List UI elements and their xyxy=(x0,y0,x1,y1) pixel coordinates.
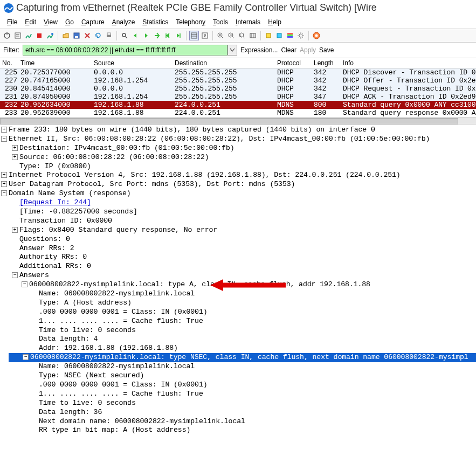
reload-icon[interactable] xyxy=(93,31,103,40)
collapse-icon[interactable]: − xyxy=(1,190,7,196)
menu-capture[interactable]: Capture xyxy=(78,17,108,27)
expand-icon[interactable]: + xyxy=(1,172,7,178)
collapse-icon[interactable]: − xyxy=(22,281,27,287)
eth-source[interactable]: Source: 06:00:08:00:28:22 (06:00:08:00:2… xyxy=(19,153,209,161)
last-icon[interactable] xyxy=(174,31,183,40)
menu-go[interactable]: Go xyxy=(61,17,78,27)
menu-telephony[interactable]: Telephony xyxy=(172,17,209,27)
first-icon[interactable] xyxy=(163,31,173,40)
answer-1-addr[interactable]: Addr: 192.168.1.88 (192.168.1.88) xyxy=(39,344,178,352)
forward-icon[interactable] xyxy=(141,31,151,40)
answer-1-ttl[interactable]: Time to live: 0 seconds xyxy=(39,326,136,334)
find-icon[interactable] xyxy=(120,31,129,40)
print-icon[interactable] xyxy=(104,31,114,40)
prefs-icon[interactable] xyxy=(296,31,306,40)
collapse-icon[interactable]: − xyxy=(23,354,29,360)
filter-input[interactable] xyxy=(23,45,227,56)
stop-icon[interactable] xyxy=(35,31,44,40)
clear-button[interactable]: Clear xyxy=(281,46,296,54)
dns-additional-rrs[interactable]: Additional RRs: 0 xyxy=(19,262,91,270)
zoom-out-icon[interactable] xyxy=(226,31,236,40)
menu-analyze[interactable]: Analyze xyxy=(108,17,139,27)
dns-questions[interactable]: Questions: 0 xyxy=(19,235,70,243)
capture-filter-icon[interactable] xyxy=(264,31,273,40)
menu-edit[interactable]: Edit xyxy=(21,17,40,27)
dns-flags[interactable]: Flags: 0x8400 Standard query response, N… xyxy=(19,226,217,234)
expand-icon[interactable]: + xyxy=(12,145,18,151)
packet-row[interactable]: 22720.747165000192.168.1.254255.255.255.… xyxy=(0,77,476,85)
answer-2-datalen[interactable]: Data length: 36 xyxy=(39,408,102,416)
packet-row[interactable]: 23020.8454140000.0.0.0255.255.255.255DHC… xyxy=(0,85,476,93)
col-source[interactable]: Source xyxy=(94,59,175,67)
answer-1-class[interactable]: .000 0000 0000 0001 = Class: IN (0x0001) xyxy=(39,308,208,316)
menu-view[interactable]: View xyxy=(40,17,61,27)
filter-dropdown[interactable] xyxy=(227,45,237,56)
save-button[interactable]: Save xyxy=(319,46,334,54)
menu-tools[interactable]: Tools xyxy=(209,17,232,27)
answer-2-class[interactable]: .000 0000 0000 0001 = Class: IN (0x0001) xyxy=(39,381,208,389)
goto-icon[interactable] xyxy=(152,31,162,40)
restart-icon[interactable] xyxy=(45,31,55,40)
col-destination[interactable]: Destination xyxy=(175,59,277,67)
packet-row[interactable]: 23120.874050000192.168.1.254255.255.255.… xyxy=(0,93,476,101)
packet-row[interactable]: 22520.7253770000.0.0.0255.255.255.255DHC… xyxy=(0,68,476,77)
expand-icon[interactable]: + xyxy=(1,127,7,133)
eth-destination[interactable]: Destination: IPv4mcast_00:00:fb (01:00:5… xyxy=(19,144,234,152)
packet-list[interactable]: 22520.7253770000.0.0.0255.255.255.255DHC… xyxy=(0,68,476,117)
start-icon[interactable] xyxy=(24,31,33,40)
help-icon[interactable] xyxy=(312,31,321,40)
answer-2-name[interactable]: Name: 060008002822-mysimplelink.local xyxy=(39,362,195,370)
save-icon[interactable] xyxy=(72,31,81,40)
dns-answer-rrs[interactable]: Answer RRs: 2 xyxy=(19,244,74,252)
open-icon[interactable] xyxy=(61,31,71,40)
expand-icon[interactable]: + xyxy=(12,154,18,160)
answer-2-rrtype[interactable]: RR type in bit map: A (Host address) xyxy=(39,426,190,434)
zoom-100-icon[interactable]: 1 xyxy=(237,31,247,40)
coloring-rules-icon[interactable] xyxy=(285,31,295,40)
autoscroll-icon[interactable] xyxy=(200,31,210,40)
answer-1-datalen[interactable]: Data length: 4 xyxy=(39,335,98,343)
eth-type[interactable]: Type: IP (0x0800) xyxy=(19,162,91,170)
frame-summary[interactable]: Frame 233: 180 bytes on wire (1440 bits)… xyxy=(9,126,375,134)
menu-internals[interactable]: Internals xyxy=(232,17,264,27)
resize-cols-icon[interactable] xyxy=(248,31,258,40)
packet-row[interactable]: 23320.952639000192.168.1.88224.0.0.251MD… xyxy=(0,109,476,117)
expression-button[interactable]: Expression... xyxy=(240,46,278,54)
col-time[interactable]: Time xyxy=(20,59,94,67)
dns-answers[interactable]: Answers xyxy=(19,271,49,279)
request-link[interactable]: [Request In: 244] xyxy=(19,198,91,206)
dns-authority-rrs[interactable]: Authority RRs: 0 xyxy=(19,253,87,261)
menu-help[interactable]: Help xyxy=(264,17,285,27)
udp-summary[interactable]: User Datagram Protocol, Src Port: mdns (… xyxy=(9,180,295,188)
answer-1-type[interactable]: Type: A (Host address) xyxy=(39,299,132,307)
menu-statistics[interactable]: Statistics xyxy=(139,17,172,27)
collapse-icon[interactable]: − xyxy=(12,272,18,278)
menu-file[interactable]: File xyxy=(3,17,21,27)
col-length[interactable]: Length xyxy=(314,59,343,67)
expand-icon[interactable]: + xyxy=(1,181,7,187)
dns-txid[interactable]: Transaction ID: 0x0000 xyxy=(19,217,112,225)
answer-1[interactable]: 060008002822-mysimplelink.local: type A,… xyxy=(29,280,370,288)
interfaces-icon[interactable] xyxy=(2,31,12,40)
answer-1-name[interactable]: Name: 060008002822-mysimplelink.local xyxy=(39,289,195,298)
collapse-icon[interactable]: − xyxy=(1,136,7,142)
expand-icon[interactable]: + xyxy=(12,227,18,233)
answer-2-next[interactable]: Next domain name: 060008002822-mysimplel… xyxy=(39,417,245,425)
answer-1-cacheflush[interactable]: 1... .... .... .... = Cache flush: True xyxy=(39,317,203,325)
col-info[interactable]: Info xyxy=(343,59,476,67)
zoom-in-icon[interactable] xyxy=(216,31,225,40)
horizontal-scrollbar[interactable] xyxy=(0,117,476,125)
options-icon[interactable] xyxy=(13,31,23,40)
answer-2-ttl[interactable]: Time to live: 0 seconds xyxy=(39,399,136,407)
display-filter-icon[interactable] xyxy=(274,31,284,40)
ethernet-summary[interactable]: Ethernet II, Src: 06:00:08:00:28:22 (06:… xyxy=(9,135,430,143)
close-icon[interactable] xyxy=(82,31,92,40)
apply-button[interactable]: Apply xyxy=(300,46,316,54)
answer-2-type[interactable]: Type: NSEC (Next secured) xyxy=(39,371,144,379)
dns-time[interactable]: [Time: -0.882257000 seconds] xyxy=(19,208,137,216)
answer-2-cacheflush[interactable]: 1... .... .... .... = Cache flush: True xyxy=(39,390,203,398)
col-protocol[interactable]: Protocol xyxy=(277,59,314,67)
back-icon[interactable] xyxy=(130,31,140,40)
packet-row[interactable]: 23220.952634000192.168.1.88224.0.0.251MD… xyxy=(0,101,476,109)
packet-detail-pane[interactable]: +Frame 233: 180 bytes on wire (1440 bits… xyxy=(0,125,476,440)
